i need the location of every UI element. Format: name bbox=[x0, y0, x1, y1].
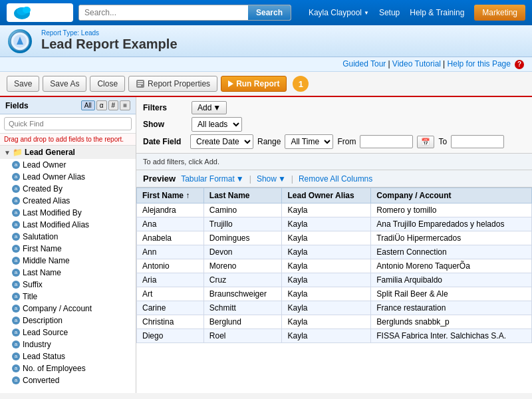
list-item[interactable]: a Suffix bbox=[0, 279, 136, 291]
date-field-select-wrapper[interactable]: Create Date bbox=[190, 134, 253, 149]
list-item[interactable]: a Middle Name bbox=[0, 255, 136, 267]
run-report-button[interactable]: Run Report bbox=[221, 76, 287, 92]
table-column-header[interactable]: Last Name bbox=[203, 188, 282, 203]
range-label: Range bbox=[257, 137, 281, 146]
show-select[interactable]: All leads bbox=[192, 118, 241, 131]
table-row[interactable]: AntonioMorenoKaylaAntonio Moreno TaquerÕ… bbox=[137, 259, 532, 273]
list-item[interactable]: a First Name bbox=[0, 243, 136, 255]
table-scroll[interactable]: First Name ↑Last NameLead Owner AliasCom… bbox=[136, 188, 532, 393]
svg-point-2 bbox=[23, 7, 31, 13]
table-cell: Kayla bbox=[282, 273, 371, 287]
list-item[interactable]: a Created Alias bbox=[0, 195, 136, 207]
table-cell: Antonio Moreno TaquerÕa bbox=[371, 259, 532, 273]
search-input[interactable] bbox=[79, 5, 248, 20]
list-item[interactable]: a Industry bbox=[0, 338, 136, 350]
field-name: Created Alias bbox=[23, 196, 70, 205]
field-icon: a bbox=[12, 305, 20, 313]
list-item[interactable]: a Last Name bbox=[0, 267, 136, 279]
field-icon: a bbox=[12, 317, 20, 325]
close-button[interactable]: Close bbox=[90, 76, 125, 92]
field-name: No. of Employees bbox=[23, 364, 86, 373]
show-link[interactable]: Show ▼ bbox=[257, 174, 286, 184]
guided-tour-bar: Guided Tour | Video Tutorial | Help for … bbox=[0, 57, 532, 72]
report-title: Lead Report Example bbox=[41, 37, 178, 52]
list-item[interactable]: a Converted bbox=[0, 374, 136, 386]
list-item[interactable]: a Lead Owner Alias bbox=[0, 171, 136, 183]
video-tutorial-link[interactable]: Video Tutorial bbox=[392, 59, 441, 68]
list-item[interactable]: a Company / Account bbox=[0, 303, 136, 315]
filter-grid-btn[interactable]: ≡ bbox=[120, 100, 130, 110]
filter-show-row: Show All leads bbox=[143, 117, 525, 132]
table-row[interactable]: ChristinaBerglundKaylaBerglunds snabbk_p bbox=[137, 315, 532, 329]
table-cell: Kayla bbox=[282, 217, 371, 231]
show-select-wrapper[interactable]: All leads bbox=[192, 117, 242, 132]
tabular-format-link[interactable]: Tabular Format ▼ bbox=[181, 174, 244, 184]
table-row[interactable]: ArtBraunschweigerKaylaSplit Rail Beer & … bbox=[137, 287, 532, 301]
table-row[interactable]: AnnDevonKaylaEastern Connection bbox=[137, 245, 532, 259]
table-row[interactable]: CarineSchmittKaylaFrance restauration bbox=[137, 301, 532, 315]
remove-all-columns-link[interactable]: Remove All Columns bbox=[299, 174, 372, 184]
marketing-button[interactable]: Marketing bbox=[474, 5, 525, 21]
table-row[interactable]: AriaCruzKaylaFamilia Arquibaldo bbox=[137, 273, 532, 287]
svg-text:salesforce: salesforce bbox=[31, 9, 70, 18]
to-date-input[interactable] bbox=[451, 135, 504, 148]
field-icon: a bbox=[12, 221, 20, 229]
table-cell: Ana bbox=[137, 217, 204, 231]
from-label: From bbox=[337, 137, 356, 146]
list-item[interactable]: a Last Modified By bbox=[0, 207, 136, 219]
report-type-label: Report Type: Leads bbox=[41, 29, 178, 37]
field-name: Title bbox=[23, 292, 37, 301]
user-menu[interactable]: Kayla Claypool ▼ bbox=[309, 8, 369, 17]
list-item[interactable]: a Title bbox=[0, 291, 136, 303]
table-row[interactable]: DiegoRoelKaylaFISSA Fabrica Inter. Salch… bbox=[137, 329, 532, 343]
list-item[interactable]: a Last Modified Alias bbox=[0, 219, 136, 231]
save-as-button[interactable]: Save As bbox=[43, 76, 86, 92]
list-item[interactable]: a No. of Employees bbox=[0, 362, 136, 374]
search-button[interactable]: Search bbox=[248, 5, 291, 20]
user-name-link[interactable]: Kayla Claypool bbox=[309, 8, 362, 17]
table-cell: Antonio bbox=[137, 259, 204, 273]
save-button[interactable]: Save bbox=[7, 76, 39, 92]
table-row[interactable]: AlejandraCaminoKaylaRomero y tomillo bbox=[137, 203, 532, 217]
right-panel: Filters Add ▼ Show All leads Date Field … bbox=[136, 97, 532, 393]
table-column-header[interactable]: Company / Account bbox=[371, 188, 532, 203]
field-icon: a bbox=[12, 257, 20, 265]
search-fields-wrapper[interactable] bbox=[0, 114, 136, 134]
help-page-link[interactable]: Help for this Page bbox=[448, 59, 511, 68]
list-item[interactable]: a Salutation bbox=[0, 231, 136, 243]
filter-hash-btn[interactable]: # bbox=[108, 100, 119, 110]
field-icon: a bbox=[12, 364, 20, 372]
list-item[interactable]: a Lead Status bbox=[0, 350, 136, 362]
help-icon[interactable]: ? bbox=[515, 60, 524, 69]
help-training-link[interactable]: Help & Training bbox=[410, 8, 464, 17]
date-field-row: Date Field Create Date Range All Time Fr… bbox=[143, 134, 525, 149]
table-column-header[interactable]: First Name ↑ bbox=[137, 188, 204, 203]
main-layout: Fields All α # ≡ Drag and drop to add fi… bbox=[0, 97, 532, 393]
from-date-input[interactable] bbox=[360, 135, 413, 148]
table-cell: Kayla bbox=[282, 301, 371, 315]
filter-add-button[interactable]: Add ▼ bbox=[192, 101, 227, 114]
quick-find-input[interactable] bbox=[4, 117, 132, 130]
table-column-header[interactable]: Lead Owner Alias bbox=[282, 188, 371, 203]
list-item[interactable]: a Created By bbox=[0, 183, 136, 195]
field-icon: a bbox=[12, 281, 20, 289]
list-item[interactable]: a Lead Owner bbox=[0, 159, 136, 171]
table-cell: Kayla bbox=[282, 231, 371, 245]
field-name: Description bbox=[23, 316, 63, 325]
report-properties-button[interactable]: Report Properties bbox=[128, 76, 217, 92]
list-item[interactable]: a Lead Source bbox=[0, 327, 136, 338]
range-select-wrapper[interactable]: All Time bbox=[285, 134, 333, 149]
fields-group-header[interactable]: ▼ 📁 Lead General bbox=[0, 146, 136, 159]
from-calendar-button[interactable]: 📅 bbox=[417, 136, 434, 148]
filter-alpha-btn[interactable]: α bbox=[96, 100, 107, 110]
filter-all-btn[interactable]: All bbox=[81, 100, 95, 110]
sub-header: Report Type: Leads Lead Report Example bbox=[0, 25, 532, 57]
range-select[interactable]: All Time bbox=[285, 135, 332, 148]
date-field-select[interactable]: Create Date bbox=[191, 135, 253, 148]
list-item[interactable]: a Description bbox=[0, 315, 136, 327]
table-row[interactable]: AnaTrujilloKaylaAna Trujillo Emparedados… bbox=[137, 217, 532, 231]
search-bar[interactable]: Search bbox=[78, 5, 291, 21]
setup-link[interactable]: Setup bbox=[379, 8, 400, 17]
table-row[interactable]: AnabelaDominguesKaylaTradiÜo Hipermercad… bbox=[137, 231, 532, 245]
guided-tour-link[interactable]: Guided Tour bbox=[342, 59, 386, 68]
